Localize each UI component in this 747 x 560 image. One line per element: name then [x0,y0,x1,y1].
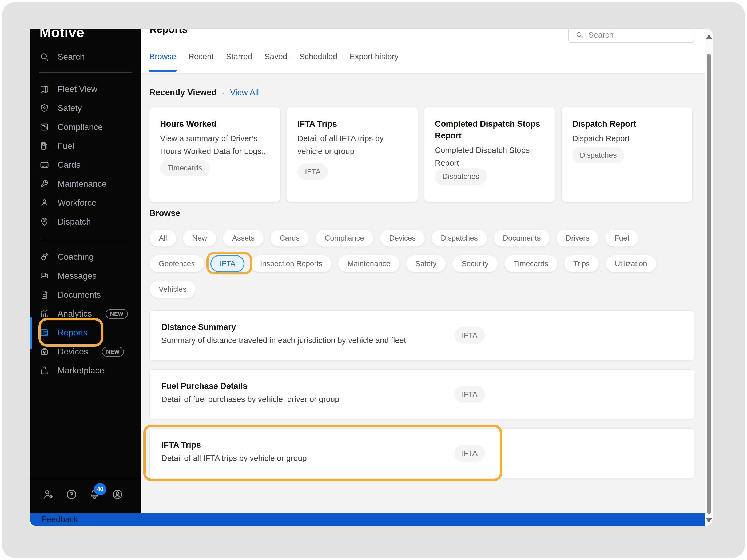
sidebar-item-fleet-view[interactable]: Fleet View [39,80,131,99]
tab-starred[interactable]: Starred [226,52,252,73]
sidebar-item-reports[interactable]: Reports [39,323,131,342]
report-card-dispatch-report[interactable]: Dispatch ReportDispatch ReportDispatches [562,107,692,202]
chip-drivers[interactable]: Drivers [556,230,599,247]
report-row-tag: IFTA [454,445,485,461]
card-tag: Timecards [160,160,210,176]
sidebar-item-label: Coaching [58,252,94,262]
sidebar-item-coaching[interactable]: Coaching [39,247,131,266]
chip-geofences[interactable]: Geofences [149,255,204,272]
scrollbar-thumb[interactable] [707,54,711,514]
report-row-ifta-trips[interactable]: IFTA TripsDetail of all IFTA trips by ve… [149,428,694,478]
sidebar-item-safety[interactable]: Safety [39,99,131,117]
wrench-icon [39,179,50,189]
compliance-icon [39,122,50,133]
header-search-box[interactable] [568,29,694,43]
chip-new[interactable]: New [183,230,216,247]
sidebar-item-devices[interactable]: DevicesNEW [39,342,131,361]
card-title: Dispatch Report [572,118,679,130]
sidebar-divider [39,240,131,240]
profile-icon [111,488,123,501]
report-row-fuel-purchase-details[interactable]: Fuel Purchase DetailsDetail of fuel purc… [149,369,694,420]
sidebar-item-analytics[interactable]: AnalyticsNEW [39,304,131,323]
map-icon [39,84,50,95]
header-search-input[interactable] [588,30,685,40]
sidebar-item-compliance[interactable]: Compliance [39,117,131,136]
tab-recent[interactable]: Recent [188,52,214,73]
view-all-link[interactable]: View All [230,88,259,97]
scrollbar-up-arrow-icon[interactable] [706,34,712,39]
tab-browse[interactable]: Browse [149,52,176,73]
sidebar-item-messages[interactable]: Messages [39,266,131,285]
tab-saved[interactable]: Saved [265,52,287,73]
report-row-description: Summary of distance traveled in each jur… [161,336,694,345]
sidebar-item-fuel[interactable]: Fuel [39,136,131,156]
report-row-title: IFTA Trips [161,440,694,450]
sidebar-item-documents[interactable]: Documents [39,285,131,304]
report-list: Distance SummarySummary of distance trav… [149,311,694,478]
chip-compliance[interactable]: Compliance [315,230,374,247]
chip-all[interactable]: All [149,230,176,247]
scrollbar[interactable] [705,29,713,526]
chip-timecards[interactable]: Timecards [504,255,558,272]
report-card-hours-worked[interactable]: Hours WorkedView a summary of Driver’s H… [149,107,280,202]
admin-button[interactable] [42,488,55,501]
chat-icon [39,271,50,281]
sidebar-item-cards[interactable]: Cards [39,156,131,175]
chip-devices[interactable]: Devices [380,230,425,247]
sidebar-item-label: Analytics [58,309,92,319]
fuel-icon [39,141,50,152]
chip-utilization[interactable]: Utilization [606,255,656,272]
device-icon [39,346,50,357]
notification-count-badge: 40 [94,483,106,496]
report-row-distance-summary[interactable]: Distance SummarySummary of distance trav… [149,311,694,361]
chips-row: GeofencesIFTAInspection ReportsMaintenan… [149,255,694,272]
chip-security[interactable]: Security [452,255,498,272]
chip-cards[interactable]: Cards [270,230,309,247]
chip-documents[interactable]: Documents [494,230,550,247]
scrollbar-down-arrow-icon[interactable] [706,518,712,523]
card-tag: Dispatches [572,147,624,163]
sidebar-item-marketplace[interactable]: Marketplace [39,361,131,380]
sidebar-search[interactable]: Search [39,49,131,64]
sidebar-item-label: Documents [58,290,101,300]
bell-button[interactable]: 40 [88,488,101,501]
sidebar-item-maintenance[interactable]: Maintenance [39,175,131,193]
chip-trips[interactable]: Trips [564,255,599,272]
card-tag: IFTA [298,163,328,180]
chip-ifta[interactable]: IFTA [210,255,244,272]
feedback-bar[interactable]: Feedback [30,513,705,526]
sidebar-item-label: Reports [58,328,87,338]
chip-dispatches[interactable]: Dispatches [431,230,487,247]
sidebar-footer: 40 [30,479,140,501]
report-card-completed-dispatch-stops-report[interactable]: Completed Dispatch Stops ReportCompleted… [424,107,555,202]
tab-export-history[interactable]: Export history [350,52,398,73]
card-description: Dispatch Report [572,132,681,145]
chip-safety[interactable]: Safety [406,255,446,272]
bag-icon [39,365,50,376]
sidebar-item-label: Fleet View [58,84,97,94]
app-window: Motive Search Fleet ViewSafetyCompliance… [30,29,713,526]
report-icon [39,327,50,338]
sidebar-item-label: Fuel [58,141,74,151]
sidebar-item-workforce[interactable]: Workforce [39,193,131,212]
chip-assets[interactable]: Assets [223,230,264,247]
help-button[interactable] [65,488,78,501]
sidebar-item-dispatch[interactable]: Dispatch [39,212,131,231]
profile-button[interactable] [111,488,124,501]
tab-scheduled[interactable]: Scheduled [300,52,337,73]
card-description: Completed Dispatch Stops Report [435,144,544,169]
report-row-description: Detail of all IFTA trips by vehicle or g… [161,454,694,463]
chips-row: AllNewAssetsCardsComplianceDevicesDispat… [149,230,694,247]
page-content: Recently Viewed · View All Hours WorkedV… [140,87,705,478]
report-row-tag: IFTA [454,327,485,344]
sidebar-item-label: Messages [58,271,97,281]
sidebar-item-label: Dispatch [58,217,91,227]
card-title: Hours Worked [160,118,267,130]
report-card-ifta-trips[interactable]: IFTA TripsDetail of all IFTA trips by ve… [287,107,417,202]
chip-fuel[interactable]: Fuel [605,230,638,247]
chip-maintenance[interactable]: Maintenance [338,255,400,272]
chip-inspection-reports[interactable]: Inspection Reports [251,255,332,272]
screenshot-canvas: Motive Search Fleet ViewSafetyCompliance… [0,0,747,560]
chip-vehicles[interactable]: Vehicles [149,281,196,298]
motive-logo: Motive [40,29,131,41]
